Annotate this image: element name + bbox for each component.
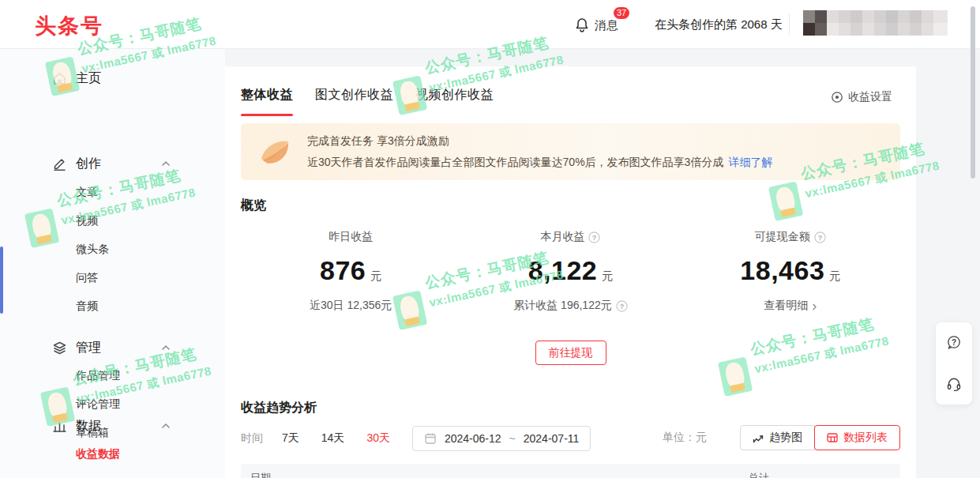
trend-table-view-button[interactable]: 数据列表 (814, 425, 900, 450)
overview-stats: 昨日收益 876元 近30日 12,356元 本月收益 ? 8,122元 累计收… (241, 229, 900, 313)
sidebar-item-label: 收益数据 (76, 447, 120, 461)
sidebar-item-comments-manage[interactable]: 评论管理 (0, 397, 225, 415)
trend-view-controls: 单位：元 趋势图 数据列表 (663, 425, 900, 450)
help-icon[interactable]: ? (814, 231, 826, 243)
chevron-up-icon (160, 420, 171, 431)
banner-description-text: 近30天作者首发作品阅读量占全部图文作品阅读量达70%后，发布图文作品享3倍分成 (307, 156, 723, 168)
stat-unit: 元 (370, 269, 381, 282)
earnings-main-card: 整体收益 图文创作收益 视频创作收益 收益设置 完成首发任务 享3倍分成激励 近… (225, 66, 916, 478)
sidebar-item-earnings-data[interactable]: 收益数据 (0, 447, 225, 465)
earnings-dashboard-page: 头条号 消息 37 在头条创作的第 2068 天 主页 (0, 0, 980, 478)
line-chart-icon (753, 432, 764, 443)
date-range-picker[interactable]: 2024-06-12 ~ 2024-07-11 (412, 426, 591, 451)
sidebar-scrollbar-thumb[interactable] (0, 247, 3, 314)
stat-month-earnings: 本月收益 ? 8,122元 累计收益 196,122元 ? (460, 229, 680, 313)
stat-label: 昨日收益 (329, 230, 373, 244)
layers-icon (52, 341, 67, 356)
help-icon[interactable]: ? (616, 300, 628, 312)
sidebar-item-label: 主页 (76, 70, 101, 87)
trend-time-filter: 时间 7天 14天 30天 2024-06-12 ~ 2024-07-11 (241, 426, 591, 451)
home-icon (52, 71, 67, 86)
earnings-tabs: 整体收益 图文创作收益 视频创作收益 (241, 87, 494, 116)
table-icon (827, 432, 838, 443)
sidebar-item-qa[interactable]: 问答 (0, 271, 225, 288)
sidebar-item-label: 评论管理 (76, 397, 120, 412)
range-30days[interactable]: 30天 (366, 431, 390, 446)
data-table-header-row: 日期 总计 (241, 464, 900, 478)
sidebar-item-label: 微头条 (76, 243, 109, 257)
stat-label: 可提现金额 (755, 230, 810, 244)
sidebar-item-label: 管理 (76, 340, 101, 356)
sidebar-item-label: 文章 (76, 186, 98, 200)
notification-bell-icon[interactable] (574, 17, 590, 32)
table-col-total: 总计 (749, 471, 769, 478)
overview-section-title: 概览 (241, 198, 266, 214)
svg-text:?: ? (592, 233, 597, 241)
sidebar-item-label: 视频 (76, 214, 98, 228)
customer-service-headset-button[interactable] (936, 363, 972, 405)
sidebar-group-create[interactable]: 创作 (0, 153, 225, 174)
tab-video-earnings[interactable]: 视频创作收益 (415, 87, 494, 116)
stat-yesterday-earnings: 昨日收益 876元 近30日 12,356元 (241, 229, 460, 313)
banner-decoration-icon (257, 134, 293, 170)
stat-value: 18,463 (740, 255, 824, 285)
chevron-up-icon (160, 158, 171, 169)
chart-view-label: 趋势图 (769, 431, 802, 445)
user-account-blurred[interactable] (803, 10, 948, 36)
top-header: 头条号 消息 37 在头条创作的第 2068 天 (0, 0, 980, 49)
messages-link[interactable]: 消息 (595, 18, 618, 33)
withdraw-button[interactable]: 前往提现 (535, 341, 606, 365)
tab-article-earnings[interactable]: 图文创作收益 (315, 87, 393, 116)
page-scrollbar-thumb[interactable] (971, 6, 975, 179)
sidebar-item-label: 创作 (76, 156, 101, 172)
calendar-icon (424, 432, 437, 445)
chevron-up-icon (160, 342, 171, 353)
stat-withdrawable-amount: 可提现金额 ? 18,463元 查看明细› (681, 229, 900, 313)
date-start-value: 2024-06-12 (445, 432, 501, 445)
stat-unit: 元 (602, 269, 613, 282)
help-icon[interactable]: ? (588, 231, 600, 243)
chevron-right-icon: › (812, 302, 817, 310)
stat-sub-text: 近30日 12,356元 (310, 299, 392, 313)
sidebar-item-label: 问答 (76, 271, 98, 285)
stat-value: 876 (320, 255, 366, 285)
range-7days[interactable]: 7天 (282, 431, 299, 446)
sidebar-item-label: 作品管理 (76, 369, 120, 383)
unit-label: 单位：元 (663, 431, 707, 445)
sidebar-item-home[interactable]: 主页 (0, 68, 225, 88)
sidebar-item-label: 数据 (76, 418, 101, 435)
stat-label: 本月收益 (540, 230, 584, 244)
stat-sub-text: 查看明细 (764, 299, 808, 313)
toutiao-logo[interactable]: 头条号 (35, 12, 103, 40)
sidebar-item-article[interactable]: 文章 (0, 186, 225, 203)
sidebar-group-manage[interactable]: 管理 (0, 337, 225, 358)
floating-help-panel: ? (936, 322, 972, 405)
settings-label: 收益设置 (848, 90, 892, 104)
sidebar-item-microheadline[interactable]: 微头条 (0, 243, 225, 260)
range-14days[interactable]: 14天 (321, 431, 345, 446)
svg-text:?: ? (952, 338, 956, 347)
table-col-date: 日期 (250, 471, 271, 478)
sidebar-group-data[interactable]: 数据 (0, 416, 225, 436)
trend-section-title: 收益趋势分析 (241, 400, 317, 416)
date-separator: ~ (509, 432, 516, 445)
first-publish-task-banner: 完成首发任务 享3倍分成激励 近30天作者首发作品阅读量占全部图文作品阅读量达7… (241, 123, 900, 180)
sidebar-item-works-manage[interactable]: 作品管理 (0, 369, 225, 386)
sidebar-nav: 主页 创作 文章 视频 微头条 问答 音频 (0, 49, 225, 478)
time-filter-label: 时间 (241, 431, 263, 446)
creation-days-text: 在头条创作的第 2068 天 (655, 17, 783, 32)
sidebar-group-manage[interactable] (0, 289, 225, 310)
stat-unit: 元 (829, 269, 840, 282)
earnings-settings-button[interactable]: 收益设置 (831, 90, 892, 104)
view-details-link[interactable]: 查看明细› (764, 299, 817, 313)
settings-icon (831, 91, 843, 104)
help-question-button[interactable]: ? (936, 322, 972, 363)
banner-description: 近30天作者首发作品阅读量占全部图文作品阅读量达70%后，发布图文作品享3倍分成… (307, 156, 772, 170)
stat-value: 8,122 (528, 255, 598, 285)
sidebar-item-video[interactable]: 视频 (0, 214, 225, 231)
banner-title: 完成首发任务 享3倍分成激励 (307, 134, 449, 149)
tab-overall-earnings[interactable]: 整体收益 (241, 87, 293, 116)
trend-chart-view-button[interactable]: 趋势图 (740, 425, 815, 450)
svg-text:?: ? (619, 302, 624, 310)
banner-detail-link[interactable]: 详细了解 (728, 156, 772, 168)
